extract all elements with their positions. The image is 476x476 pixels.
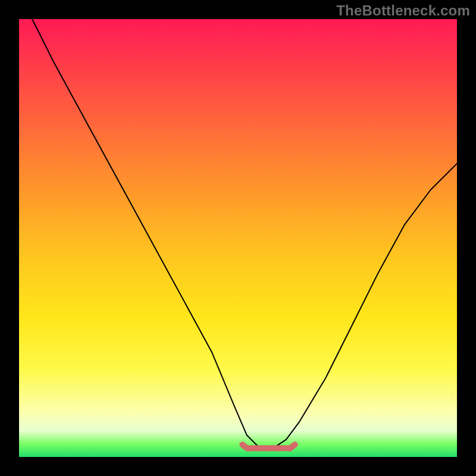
svg-point-1: [256, 446, 261, 452]
plot-area: [19, 19, 457, 457]
bottleneck-curve: [32, 19, 457, 448]
chart-svg: [19, 19, 457, 457]
svg-point-2: [266, 446, 271, 452]
chart-frame: TheBottleneck.com: [0, 0, 476, 476]
svg-point-4: [286, 446, 292, 452]
watermark-text: TheBottleneck.com: [336, 2, 470, 19]
svg-point-0: [246, 446, 251, 452]
svg-point-3: [276, 446, 281, 452]
